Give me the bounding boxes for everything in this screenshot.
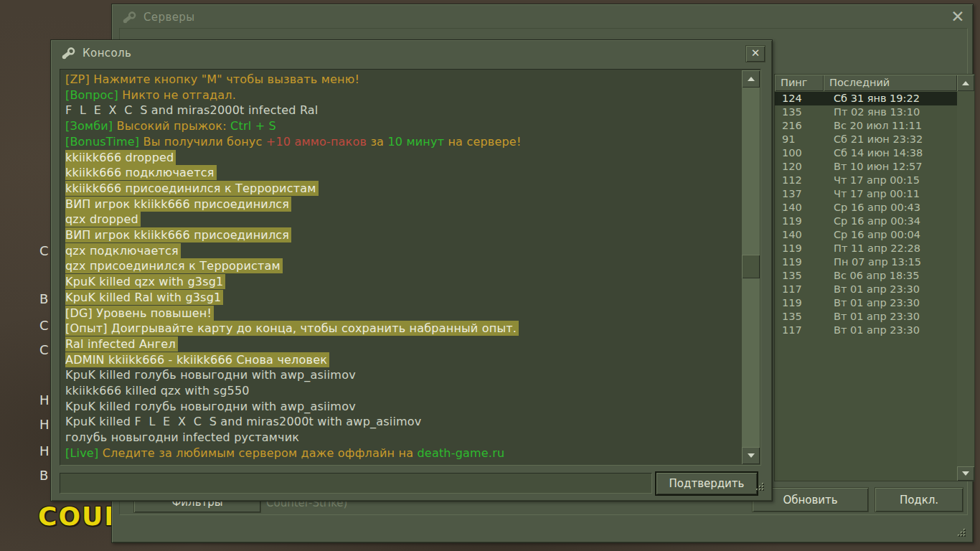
triangle-up-icon <box>748 77 755 81</box>
server-row[interactable]: 124Сб 31 янв 19:22 <box>775 92 957 105</box>
console-input[interactable] <box>60 473 652 494</box>
console-scroll-up-button[interactable] <box>742 70 760 88</box>
console-line: F L E X C S and miras2000t infected Ral <box>65 103 739 118</box>
server-row[interactable]: 135Вс 06 апр 18:35 <box>775 269 957 283</box>
server-last-played: Ср 16 апр 00:43 <box>822 202 920 213</box>
server-row[interactable]: 119Ср 16 апр 00:34 <box>775 215 957 228</box>
background-menu-text: С <box>39 319 49 332</box>
servers-close-icon[interactable]: ✕ <box>947 6 969 27</box>
server-row[interactable]: 120Вт 10 июн 12:57 <box>775 160 957 174</box>
console-scrollbar <box>742 70 760 464</box>
console-close-button[interactable]: ✕ <box>745 45 765 62</box>
server-ping: 100 <box>775 146 822 160</box>
server-row[interactable]: 216Вс 20 июл 11:11 <box>775 119 957 133</box>
console-line: KpuK killed Ral with g3sg1 <box>65 290 739 306</box>
console-resize-grip[interactable] <box>755 483 765 492</box>
triangle-down-icon <box>748 453 755 458</box>
console-line: [Опыт] Доигрывайте карту до конца, чтобы… <box>65 321 739 336</box>
server-last-played: Вт 01 апр 23:30 <box>822 311 920 322</box>
server-last-played: Вс 20 июл 11:11 <box>822 120 922 131</box>
server-last-played: Вт 01 апр 23:30 <box>822 297 920 309</box>
server-row[interactable]: 137Чт 17 апр 00:11 <box>775 187 957 201</box>
server-last-played: Пт 02 янв 13:10 <box>822 106 920 118</box>
background-menu-text: В <box>39 293 48 306</box>
server-last-played: Чт 17 апр 00:11 <box>822 188 920 199</box>
console-line: kkiikk666 killed qzx with sg550 <box>65 383 739 399</box>
server-last-played: Пт 11 апр 22:28 <box>822 242 920 254</box>
server-last-played: Сб 21 июн 23:32 <box>822 133 923 145</box>
servers-titlebar[interactable]: Серверы <box>112 4 973 29</box>
server-row[interactable]: 119Пн 07 апр 13:15 <box>775 255 957 269</box>
server-row[interactable]: 140Ср 16 апр 00:04 <box>775 228 957 242</box>
server-row[interactable]: 112Чт 17 апр 00:15 <box>775 174 957 187</box>
server-ping: 140 <box>775 201 822 215</box>
console-window: Консоль ✕ [ZP] Нажмите кнопку "М" чтобы … <box>50 39 773 501</box>
console-line: KpuK killed голубь новыгодни with awp_as… <box>65 367 739 383</box>
console-line: qzx dropped <box>65 212 739 227</box>
server-last-played: Ср 16 апр 00:34 <box>822 215 920 227</box>
server-row[interactable]: 135Пт 02 янв 13:10 <box>775 105 957 119</box>
console-line: kkiikk666 dropped <box>65 150 739 166</box>
servers-window-title: Серверы <box>143 11 194 24</box>
server-last-played: Вт 01 апр 23:30 <box>822 283 920 295</box>
close-icon: ✕ <box>751 47 760 60</box>
console-line: [Зомби] Высокий прыжок: Ctrl + S <box>65 118 739 134</box>
console-line: kkiikk666 присоединился к Террористам <box>65 181 739 197</box>
triangle-up-icon <box>962 81 969 85</box>
servers-resize-grip[interactable] <box>957 529 966 538</box>
server-table: Пинг Последний 124Сб 31 янв 19:22135Пт 0… <box>774 74 975 481</box>
server-row[interactable]: 119Пт 11 апр 22:28 <box>775 242 957 255</box>
table-scrollbar-track[interactable] <box>957 91 974 466</box>
table-scroll-down-button[interactable] <box>957 466 974 481</box>
background-menu-text: С <box>39 344 49 357</box>
server-ping: 135 <box>775 105 822 119</box>
column-header-ping[interactable]: Пинг <box>775 75 824 91</box>
console-titlebar[interactable]: Консоль <box>51 40 772 65</box>
submit-button[interactable]: Подтвердить <box>655 471 758 496</box>
console-output: [ZP] Нажмите кнопку "М" чтобы вызвать ме… <box>60 69 761 466</box>
console-line: ВИП игрок kkiikk666 присоединился <box>65 227 739 243</box>
server-row[interactable]: 100Сб 14 июн 14:38 <box>775 146 957 160</box>
server-last-played: Вт 01 апр 23:30 <box>822 324 920 336</box>
server-last-played: Ср 16 апр 00:04 <box>822 229 920 240</box>
console-line: KpuK killed F L E X C S and miras2000t w… <box>65 414 739 430</box>
background-menu-text: Н <box>39 394 50 407</box>
console-line: qzx присоединился к Террористам <box>65 258 739 274</box>
console-line: KpuK killed qzx with g3sg1 <box>65 274 739 290</box>
server-ping: 135 <box>775 310 822 324</box>
server-ping: 119 <box>775 215 822 228</box>
console-line: голубь новыгодни infected рустамчик <box>65 430 739 446</box>
triangle-down-icon <box>962 471 969 476</box>
server-last-played: Вс 06 апр 18:35 <box>822 270 920 281</box>
screen: COUN СВССНННВ Серверы ✕ Фильтры Counter-… <box>0 0 980 551</box>
server-row[interactable]: 119Вт 01 апр 23:30 <box>775 296 957 310</box>
server-ping: 137 <box>775 187 822 201</box>
server-ping: 120 <box>775 160 822 174</box>
server-ping: 91 <box>775 133 822 146</box>
console-line: Ral infected Ангел <box>65 336 739 352</box>
console-lines: [ZP] Нажмите кнопку "М" чтобы вызвать ме… <box>65 72 739 463</box>
server-row[interactable]: 135Вт 01 апр 23:30 <box>775 310 957 324</box>
console-scroll-down-button[interactable] <box>742 447 760 464</box>
server-last-played: Сб 14 июн 14:38 <box>822 147 923 159</box>
console-line: qzx подключается <box>65 243 739 259</box>
server-ping: 216 <box>775 119 822 133</box>
server-row[interactable]: 117Вт 01 апр 23:30 <box>775 283 957 296</box>
server-row[interactable]: 117Вт 01 апр 23:30 <box>775 324 957 337</box>
server-ping: 140 <box>775 228 822 242</box>
console-line: kkiikk666 подключается <box>65 165 739 181</box>
server-last-played: Вт 10 июн 12:57 <box>822 161 923 172</box>
background-menu-text: Н <box>39 445 50 458</box>
steam-icon <box>121 10 137 26</box>
connect-button[interactable]: Подкл. <box>875 487 963 512</box>
steam-icon <box>60 46 76 62</box>
console-scroll-thumb[interactable] <box>742 255 760 278</box>
server-row[interactable]: 140Ср 16 апр 00:43 <box>775 201 957 215</box>
console-line: ADMIN kkiikk666 - kkiikk666 Снова челове… <box>65 352 739 368</box>
console-line: [ZP] Нажмите кнопку "М" чтобы вызвать ме… <box>65 72 739 88</box>
table-scroll-up-button[interactable] <box>957 75 974 91</box>
server-row[interactable]: 91Сб 21 июн 23:32 <box>775 133 957 146</box>
console-line: ВИП игрок kkiikk666 присоединился <box>65 197 739 212</box>
server-last-played: Чт 17 апр 00:15 <box>822 174 920 186</box>
column-header-last[interactable]: Последний <box>824 75 957 91</box>
